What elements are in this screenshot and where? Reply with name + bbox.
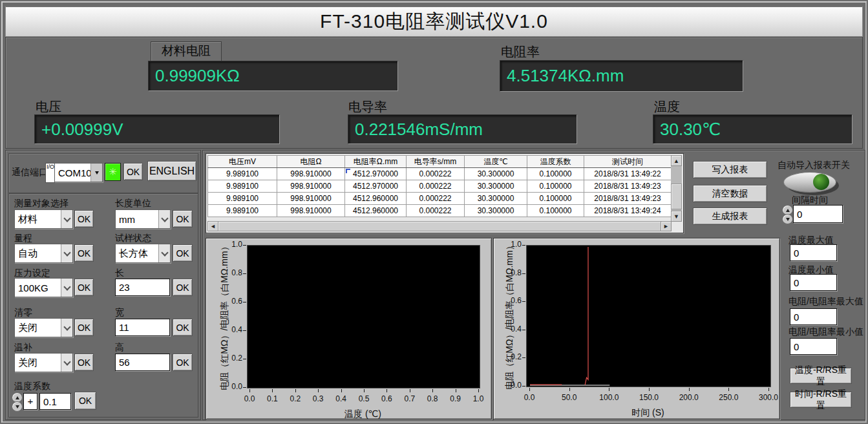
table-cell: 0.100000	[527, 205, 584, 217]
select-length-unit[interactable]: mm	[115, 209, 171, 229]
temperature-display: 30.30℃	[653, 114, 852, 144]
input-length[interactable]	[115, 279, 170, 296]
x-tick-label: 200.0	[673, 393, 705, 402]
chevron-down-icon[interactable]	[61, 210, 72, 228]
interval-spinner[interactable]	[782, 205, 792, 223]
ok-button-range[interactable]: OK	[74, 244, 94, 262]
toggle-knob[interactable]	[813, 174, 829, 190]
table-cell: 30.300000	[465, 180, 527, 193]
resistivity-display: 4.51374KΩ.mm	[500, 60, 743, 92]
input-height[interactable]	[115, 354, 170, 371]
data-panel: 电压mV电阻Ω电阻率Ω.mm电导率s/mm温度℃温度系数测试时间9.989100…	[202, 150, 865, 420]
ok-button-temp-coefficient[interactable]: OK	[74, 392, 96, 410]
conductivity-label: 电导率	[348, 98, 387, 116]
data-table[interactable]: 电压mV电阻Ω电阻率Ω.mm电导率s/mm温度℃温度系数测试时间9.989100…	[207, 155, 672, 217]
input-temp-coefficient[interactable]	[39, 393, 71, 410]
table-vertical-scrollbar[interactable]: ▲▼	[671, 155, 682, 220]
ok-button-zeroing[interactable]: OK	[74, 319, 94, 336]
scroll-left-icon[interactable]: ◄	[207, 221, 218, 231]
label-length-unit: 长度单位	[115, 198, 151, 209]
chevron-down-icon[interactable]	[90, 164, 102, 182]
label-range: 量程	[14, 233, 32, 244]
ok-button-temp-compensation[interactable]: OK	[74, 354, 94, 371]
ok-button-height[interactable]: OK	[173, 354, 193, 371]
input-temp-max[interactable]	[790, 244, 837, 261]
scroll-down-icon[interactable]: ▼	[671, 211, 682, 222]
table-cell: 998.910000	[277, 180, 345, 193]
select-temp-compensation[interactable]: 关闭	[14, 353, 73, 372]
x-tick-mark	[456, 389, 456, 392]
spinner-down-icon[interactable]	[12, 401, 23, 412]
select-sample-shape[interactable]: 长方体	[115, 244, 171, 263]
scroll-up-icon[interactable]: ▲	[671, 155, 682, 166]
x-tick-label: 50.0	[553, 393, 586, 402]
y-tick-mark	[243, 273, 246, 274]
x-axis-label: 温度 (℃)	[247, 408, 479, 420]
select-value-zeroing: 关闭	[18, 319, 37, 337]
spinner-down-icon[interactable]	[782, 214, 793, 224]
chevron-down-icon[interactable]	[61, 319, 72, 337]
select-value-temp-compensation: 关闭	[18, 354, 37, 372]
ok-button-sample-shape[interactable]: OK	[173, 244, 193, 262]
chevron-down-icon[interactable]	[158, 210, 170, 228]
scroll-right-icon[interactable]: ►	[661, 221, 672, 231]
input-temp-min[interactable]	[790, 274, 837, 291]
write-report-button[interactable]: 写入报表	[693, 161, 767, 178]
input-res-max[interactable]	[790, 308, 837, 325]
x-axis-label: 时间 (S)	[526, 407, 770, 419]
y-axis-label: 电阻（红MΩ）/电阻率（白MΩ.mm）	[504, 241, 516, 389]
temp-rrs-reset-button[interactable]: 温度-R/RS重置	[790, 368, 852, 384]
y-tick-mark	[522, 273, 525, 274]
clear-data-button[interactable]: 清空数据	[693, 185, 767, 202]
ok-button-length[interactable]: OK	[173, 279, 193, 296]
y-tick-mark	[522, 386, 525, 387]
chevron-down-icon[interactable]	[61, 354, 72, 372]
table-cell: 0.000222	[407, 193, 465, 205]
auto-report-toggle[interactable]	[783, 172, 838, 193]
scrollbar-thumb[interactable]	[218, 221, 661, 231]
comm-port-value: COM10	[58, 164, 92, 182]
comm-port-label: 通信端口	[12, 167, 48, 178]
table-cell: 4512.960000	[345, 205, 407, 217]
chevron-down-icon[interactable]	[158, 244, 170, 262]
x-tick-mark	[386, 389, 387, 392]
trace-电阻(红)-尖峰	[585, 247, 588, 385]
comm-ok-button[interactable]: OK	[123, 163, 143, 180]
generate-report-button[interactable]: 生成报表	[693, 207, 767, 225]
sign-box-temp-coefficient[interactable]: +	[23, 393, 37, 410]
scrollbar-thumb[interactable]	[671, 184, 682, 209]
table-cell: 0.000222	[407, 168, 465, 180]
select-measure-target[interactable]: 材料	[14, 209, 73, 229]
chevron-down-icon[interactable]	[61, 244, 72, 262]
x-tick-mark	[689, 388, 690, 391]
spinner-temp-coefficient[interactable]	[12, 392, 21, 410]
english-button[interactable]: ENGLISH	[147, 161, 196, 181]
input-width[interactable]	[115, 319, 170, 336]
table-cell: 2018/8/31 13:49:23	[584, 180, 672, 193]
x-tick-label: 150.0	[633, 393, 665, 402]
table-cell: 9.989100	[208, 205, 277, 217]
input-res-min[interactable]	[790, 338, 837, 355]
x-tick-label: 250.0	[712, 393, 745, 402]
ok-button-measure-target[interactable]: OK	[74, 210, 94, 228]
voltage-display: +0.00999V	[34, 114, 280, 144]
ok-button-length-unit[interactable]: OK	[173, 210, 193, 228]
temperature-label: 温度	[654, 98, 680, 116]
chevron-down-icon[interactable]	[61, 279, 72, 297]
table-cell: 998.910000	[277, 168, 345, 180]
label-zeroing: 清零	[14, 307, 32, 319]
interval-input[interactable]	[793, 205, 843, 223]
select-value-range: 自动	[18, 244, 37, 262]
data-table-container[interactable]: 电压mV电阻Ω电阻率Ω.mm电导率s/mm温度℃温度系数测试时间9.989100…	[206, 153, 684, 233]
table-horizontal-scrollbar[interactable]: ◄►	[207, 221, 671, 231]
select-range[interactable]: 自动	[14, 244, 73, 263]
comm-port-select[interactable]: COM10	[54, 163, 103, 182]
table-cell: 9.989100	[208, 193, 277, 205]
ok-button-pressure[interactable]: OK	[74, 279, 94, 296]
time-rrs-reset-button[interactable]: 时间-R/RS重置	[790, 392, 852, 408]
y-tick-mark	[243, 302, 246, 302]
table-cell: 9.989100	[208, 168, 277, 180]
select-zeroing[interactable]: 关闭	[14, 318, 73, 337]
ok-button-width[interactable]: OK	[173, 319, 193, 336]
select-pressure[interactable]: 100KG	[14, 278, 73, 297]
